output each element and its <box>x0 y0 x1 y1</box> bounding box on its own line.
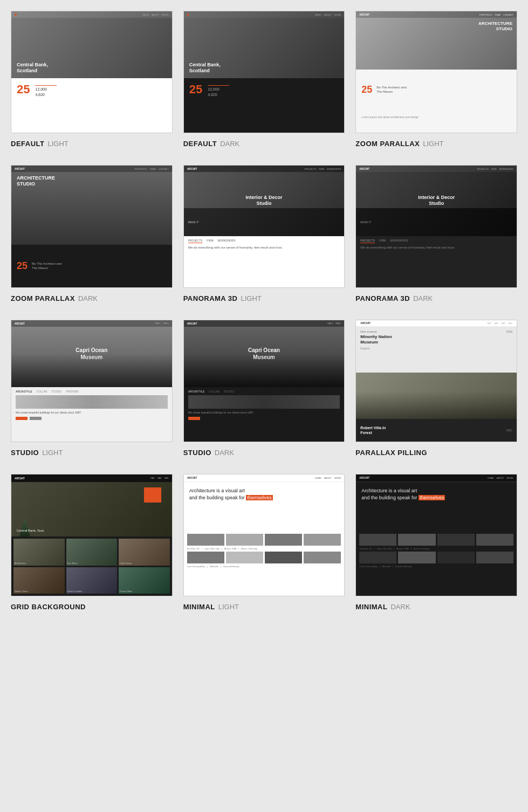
theme-label-minimal-dark: MINIMAL DARK <box>355 602 517 612</box>
label-bold: PANORAMA 3D <box>355 294 410 302</box>
stat-2: 4,620 <box>35 93 57 97</box>
hero-text-minimal-light: Architecture is a visual artand the buil… <box>189 487 339 502</box>
label-bold: GRID BACKGROUND <box>11 603 86 611</box>
nav-logo <box>15 13 17 16</box>
thumbnail-default-light[interactable]: MENU ABOUT WORK Central Bank,Scotland 25… <box>11 11 173 133</box>
label-bold: ZOOM PARALLAX <box>11 294 75 302</box>
label-variant: LIGHT <box>218 603 239 611</box>
label-variant: LIGHT <box>42 449 63 457</box>
theme-item-zoom-parallax-dark[interactable]: ARCHIT PORTFOLIO TEAM CONTACT ARCHITECTU… <box>11 165 173 303</box>
theme-label-grid-background: GRID BACKGROUND <box>11 602 173 612</box>
label-variant: DARK <box>390 603 410 611</box>
label-variant: DARK <box>215 449 234 457</box>
theme-item-studio-dark[interactable]: ARCHIT NAV1 NAV2 Capri OceanMuseum ARCHS… <box>183 320 345 458</box>
highlight-text: themselves <box>246 495 273 500</box>
theme-item-panorama-3d-dark[interactable]: ARCHIT PROJECTS FIRM WORKSHOPS Interior … <box>355 165 517 303</box>
theme-item-studio-light[interactable]: ARCHIT NAV1 NAV2 Capri OceanMuseum ARCHS… <box>11 320 173 458</box>
theme-item-panorama-3d-light[interactable]: ARCHIT PROJECTS FIRM WORKSHOPS Interior … <box>183 165 345 303</box>
theme-item-parallax-pilling[interactable]: ARCHIT NAV NAV NAV NAV New museum Minori… <box>355 320 517 458</box>
theme-item-minimal-dark[interactable]: ARCHIT HOME ABOUT WORK Architecture is a… <box>355 474 517 612</box>
label-bold: MINIMAL <box>183 603 215 611</box>
theme-label-default-light: DEFAULT LIGHT <box>11 139 173 149</box>
thumbnail-zoom-parallax-light[interactable]: ARCHIT PORTFOLIO TEAM CONTACT ARCHITECTU… <box>355 11 517 133</box>
label-bold: STUDIO <box>183 449 211 457</box>
label-bold: ZOOM PARALLAX <box>355 140 420 148</box>
label-variant: LIGHT <box>47 140 68 148</box>
thumbnail-parallax-pilling[interactable]: ARCHIT NAV NAV NAV NAV New museum Minori… <box>355 320 517 442</box>
theme-label-minimal-light: MINIMAL LIGHT <box>183 602 345 612</box>
theme-label-studio-dark: STUDIO DARK <box>183 448 345 458</box>
thumbnail-zoom-parallax-dark[interactable]: ARCHIT PORTFOLIO TEAM CONTACT ARCHITECTU… <box>11 165 173 287</box>
theme-label-panorama-3d-light: PANORAMA 3D LIGHT <box>183 293 345 304</box>
hero-text-minimal-dark: Architecture is a visual artand the buil… <box>361 487 511 502</box>
stat-number: 25 <box>17 82 30 97</box>
theme-item-minimal-light[interactable]: ARCHIT HOME ABOUT WORK Architecture is a… <box>183 474 345 612</box>
theme-item-grid-background[interactable]: ARCHIT NAV NAV NAV Central Bank, Scot. A… <box>11 474 173 612</box>
label-variant: LIGHT <box>423 140 443 148</box>
label-bold: STUDIO <box>11 449 39 457</box>
theme-label-zoom-parallax-dark: ZOOM PARALLAX DARK <box>11 293 173 304</box>
theme-item-default-light[interactable]: MENU ABOUT WORK Central Bank,Scotland 25… <box>11 11 173 149</box>
hero-title-dark: Central Bank,Scotland <box>189 62 221 74</box>
thumbnail-grid-background[interactable]: ARCHIT NAV NAV NAV Central Bank, Scot. A… <box>11 474 173 596</box>
stat-1: 12,000 <box>35 87 57 91</box>
stat-dark: 25 <box>189 82 202 97</box>
label-bold: DEFAULT <box>183 140 217 148</box>
theme-label-default-dark: DEFAULT DARK <box>183 139 345 149</box>
thumbnail-panorama-3d-light[interactable]: ARCHIT PROJECTS FIRM WORKSHOPS Interior … <box>183 165 345 287</box>
minority-museum-title: Minority NationMuseum <box>360 334 512 346</box>
thumbnail-default-dark[interactable]: MENU ABOUT WORK Central Bank,Scotland 25… <box>183 11 345 133</box>
label-variant: LIGHT <box>241 294 262 302</box>
theme-label-zoom-parallax-light: ZOOM PARALLAX LIGHT <box>355 139 517 149</box>
theme-label-panorama-3d-dark: PANORAMA 3D DARK <box>355 293 517 304</box>
thumbnail-minimal-dark[interactable]: ARCHIT HOME ABOUT WORK Architecture is a… <box>355 474 517 596</box>
label-variant: DARK <box>78 294 98 302</box>
highlight-text-dark: themselves <box>419 495 445 500</box>
label-bold: MINIMAL <box>355 603 387 611</box>
label-bold: PARALLAX PILLING <box>355 449 427 457</box>
robert-villa-title: Robert Villa InForest <box>360 425 386 435</box>
theme-label-parallax-pilling: PARALLAX PILLING <box>355 448 517 458</box>
theme-grid: MENU ABOUT WORK Central Bank,Scotland 25… <box>11 11 517 612</box>
thumbnail-panorama-3d-dark[interactable]: ARCHIT PROJECTS FIRM WORKSHOPS Interior … <box>355 165 517 287</box>
theme-item-default-dark[interactable]: MENU ABOUT WORK Central Bank,Scotland 25… <box>183 11 345 149</box>
thumbnail-minimal-light[interactable]: ARCHIT HOME ABOUT WORK Architecture is a… <box>183 474 345 596</box>
hero-title-text: Central Bank,Scotland <box>17 62 48 74</box>
thumbnail-studio-dark[interactable]: ARCHIT NAV1 NAV2 Capri OceanMuseum ARCHS… <box>183 320 345 442</box>
theme-label-studio-light: STUDIO LIGHT <box>11 448 173 458</box>
label-bold: PANORAMA 3D <box>183 294 238 302</box>
theme-item-zoom-parallax-light[interactable]: ARCHIT PORTFOLIO TEAM CONTACT ARCHITECTU… <box>355 11 517 149</box>
label-bold: DEFAULT <box>11 140 44 148</box>
label-variant: DARK <box>413 294 433 302</box>
label-variant: DARK <box>220 140 239 148</box>
thumbnail-studio-light[interactable]: ARCHIT NAV1 NAV2 Capri OceanMuseum ARCHS… <box>11 320 173 442</box>
